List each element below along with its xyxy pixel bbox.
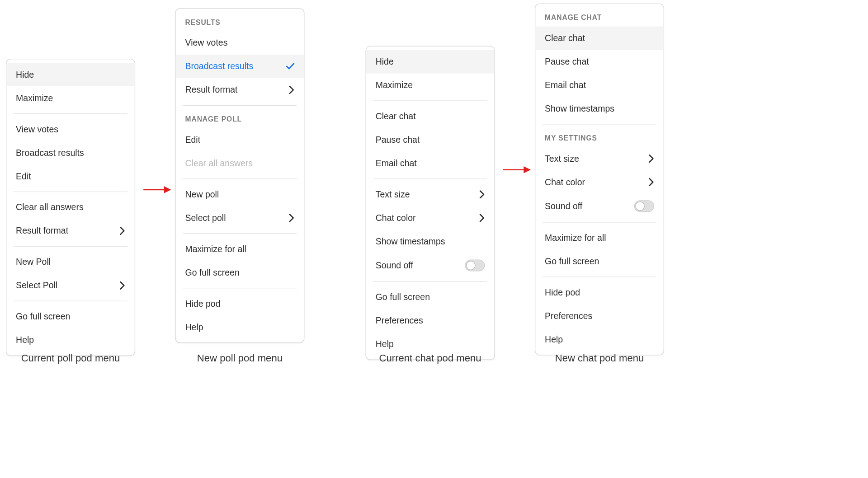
menu-item-sound-off[interactable]: Sound off (535, 194, 663, 219)
menu-item-label: New poll (185, 189, 295, 200)
menu-item-label: Chat color (545, 177, 648, 187)
menu-item-broadcast-results[interactable]: Broadcast results (6, 141, 134, 164)
menu-item-label: Maximize (16, 93, 125, 103)
chevron-right-icon (288, 86, 294, 94)
menu-item-text-size[interactable]: Text size (535, 147, 663, 170)
menu-item-label: Hide (376, 56, 485, 67)
toggle-switch[interactable] (634, 200, 654, 212)
caption-current-chat: Current chat pod menu (360, 352, 501, 364)
menu-item-label: Show timestamps (545, 103, 654, 114)
menu-item-go-full-screen[interactable]: Go full screen (535, 250, 663, 273)
menu-item-label: Maximize for all (545, 233, 654, 243)
menu-item-broadcast-results[interactable]: Broadcast results (176, 55, 304, 78)
divider (373, 281, 487, 282)
menu-item-result-format[interactable]: Result format (6, 219, 134, 243)
menu-item-label: Select Poll (16, 280, 119, 291)
menu-item-label: Edit (185, 135, 295, 145)
divider (14, 246, 127, 247)
caption-current-poll: Current poll pod menu (6, 352, 135, 364)
menu-item-label: Chat color (376, 213, 479, 223)
menu-item-result-format[interactable]: Result format (176, 78, 304, 102)
menu-item-edit[interactable]: Edit (176, 128, 304, 151)
menu-item-new-poll[interactable]: New poll (176, 183, 304, 206)
caption-new-chat: New chat pod menu (535, 352, 664, 364)
current-chat-pod-menu: HideMaximizeClear chatPause chatEmail ch… (366, 46, 495, 360)
menu-item-hide-pod[interactable]: Hide pod (535, 281, 663, 304)
menu-item-go-full-screen[interactable]: Go full screen (366, 286, 494, 309)
section-header: MANAGE CHAT (535, 8, 663, 27)
menu-item-chat-color[interactable]: Chat color (366, 206, 494, 230)
menu-item-label: Select poll (185, 213, 289, 223)
divider (14, 301, 127, 301)
menu-item-maximize[interactable]: Maximize (6, 86, 134, 110)
menu-item-label: Help (16, 335, 125, 345)
menu-item-label: Go full screen (545, 256, 654, 267)
new-poll-pod-menu: RESULTSView votesBroadcast resultsResult… (175, 8, 304, 343)
chevron-right-icon (288, 214, 294, 222)
divider (183, 233, 297, 234)
menu-item-label: Clear chat (376, 111, 485, 122)
caption-new-poll: New poll pod menu (175, 352, 304, 364)
menu-item-go-full-screen[interactable]: Go full screen (6, 305, 134, 328)
menu-item-help[interactable]: Help (6, 328, 134, 352)
menu-item-help[interactable]: Help (176, 315, 304, 339)
menu-item-label: Text size (376, 189, 479, 200)
menu-item-new-poll[interactable]: New Poll (6, 250, 134, 274)
menu-item-label: Pause chat (545, 56, 654, 67)
menu-item-hide-pod[interactable]: Hide pod (176, 292, 304, 315)
menu-item-select-poll[interactable]: Select poll (176, 206, 304, 230)
divider (542, 124, 656, 124)
menu-item-go-full-screen[interactable]: Go full screen (176, 261, 304, 284)
toggle-switch[interactable] (465, 260, 485, 272)
menu-item-pause-chat[interactable]: Pause chat (535, 50, 663, 73)
menu-item-label: Sound off (545, 201, 634, 211)
menu-item-clear-chat[interactable]: Clear chat (535, 26, 663, 50)
menu-item-maximize-for-all[interactable]: Maximize for all (176, 237, 304, 261)
chevron-right-icon (119, 227, 125, 235)
menu-item-maximize-for-all[interactable]: Maximize for all (535, 226, 663, 249)
menu-item-preferences[interactable]: Preferences (366, 309, 494, 333)
menu-item-edit[interactable]: Edit (6, 164, 134, 188)
menu-item-preferences[interactable]: Preferences (535, 304, 663, 328)
menu-item-email-chat[interactable]: Email chat (535, 74, 663, 97)
arrow-icon (143, 189, 170, 191)
divider (183, 288, 297, 288)
menu-item-label: Hide pod (185, 298, 295, 309)
menu-item-label: Hide (16, 69, 125, 80)
menu-item-pause-chat[interactable]: Pause chat (366, 128, 494, 151)
menu-item-label: Go full screen (376, 292, 485, 302)
menu-item-text-size[interactable]: Text size (366, 183, 494, 206)
menu-item-clear-all-answers[interactable]: Clear all answers (6, 196, 134, 219)
section-header: MANAGE POLL (176, 109, 304, 128)
menu-item-maximize[interactable]: Maximize (366, 74, 494, 97)
current-poll-pod-menu: HideMaximizeView votesBroadcast resultsE… (6, 59, 135, 356)
menu-item-clear-chat[interactable]: Clear chat (366, 104, 494, 128)
chevron-right-icon (648, 155, 654, 163)
menu-item-email-chat[interactable]: Email chat (366, 151, 494, 175)
menu-item-label: Result format (185, 84, 289, 95)
menu-item-sound-off[interactable]: Sound off (366, 253, 494, 278)
menu-item-show-timestamps[interactable]: Show timestamps (535, 97, 663, 120)
menu-item-label: Maximize for all (185, 244, 295, 254)
menu-item-label: Help (545, 334, 654, 345)
menu-item-show-timestamps[interactable]: Show timestamps (366, 230, 494, 253)
menu-item-label: Go full screen (185, 267, 295, 278)
menu-item-hide[interactable]: Hide (366, 50, 494, 73)
menu-item-label: Clear all answers (16, 202, 125, 212)
menu-item-select-poll[interactable]: Select Poll (6, 274, 134, 297)
menu-item-help[interactable]: Help (535, 328, 663, 351)
menu-item-label: Email chat (376, 158, 485, 169)
menu-item-label: Help (185, 322, 295, 332)
menu-item-label: View votes (16, 124, 125, 134)
menu-item-label: Clear all answers (185, 158, 295, 169)
menu-item-label: Result format (16, 225, 119, 236)
divider (542, 222, 656, 222)
menu-item-label: Broadcast results (185, 61, 287, 71)
menu-item-view-votes[interactable]: View votes (6, 117, 134, 141)
menu-item-view-votes[interactable]: View votes (176, 31, 304, 55)
menu-item-label: Show timestamps (376, 236, 485, 247)
menu-item-label: Help (376, 339, 485, 349)
menu-item-hide[interactable]: Hide (6, 63, 134, 86)
menu-item-chat-color[interactable]: Chat color (535, 170, 663, 194)
new-chat-pod-menu: MANAGE CHATClear chatPause chatEmail cha… (535, 4, 664, 356)
